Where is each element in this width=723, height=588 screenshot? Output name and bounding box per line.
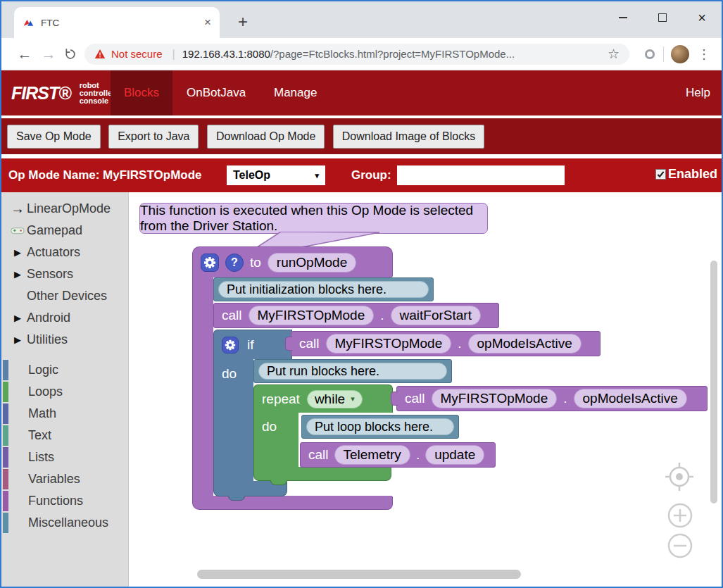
block-to-runopmode[interactable]: ? to runOpMode bbox=[192, 246, 393, 277]
nav-tab-manage[interactable]: Manage bbox=[274, 70, 317, 115]
comment-text-field[interactable]: Put initialization blocks here. bbox=[218, 281, 429, 298]
toolbox-item-linearopmode[interactable]: → LinearOpMode bbox=[1, 198, 128, 220]
toolbox-item-sensors[interactable]: ▶ Sensors bbox=[1, 263, 128, 285]
enabled-checkbox[interactable] bbox=[655, 169, 666, 180]
download-image-button[interactable]: Download Image of Blocks bbox=[333, 125, 484, 149]
mutator-gear-icon[interactable] bbox=[201, 254, 219, 272]
window-close-button[interactable]: × bbox=[682, 1, 722, 34]
bookmark-star-icon[interactable]: ☆ bbox=[608, 46, 620, 62]
minimize-button[interactable] bbox=[603, 1, 643, 34]
export-to-java-button[interactable]: Export to Java bbox=[108, 125, 199, 149]
toolbox-item-other-devices[interactable]: Other Devices bbox=[1, 285, 128, 307]
class-field[interactable]: MyFIRSTOpMode bbox=[249, 306, 375, 325]
while-dropdown[interactable]: while ▾ bbox=[307, 390, 363, 408]
block-runopmode-spine bbox=[192, 277, 213, 496]
toolbox-item-android[interactable]: ▶ Android bbox=[1, 307, 128, 329]
zoom-out-button[interactable] bbox=[667, 532, 693, 559]
toolbox-category-lists[interactable]: Lists bbox=[1, 446, 128, 468]
do-label: do bbox=[222, 366, 237, 382]
horizontal-scrollbar[interactable] bbox=[197, 570, 521, 579]
category-color-swatch bbox=[3, 491, 8, 511]
zoom-reset-button[interactable] bbox=[662, 460, 696, 494]
block-run-comment[interactable]: Put run blocks here. bbox=[253, 359, 452, 383]
toolbox-item-utilities[interactable]: ▶ Utilities bbox=[1, 329, 128, 351]
window-controls: × bbox=[603, 1, 722, 34]
toolbox-item-gamepad[interactable]: Gamepad bbox=[1, 220, 128, 242]
toolbox-category-functions[interactable]: Functions bbox=[1, 490, 128, 512]
class-field[interactable]: Telemetry bbox=[334, 445, 410, 465]
method-field[interactable]: waitForStart bbox=[391, 306, 481, 325]
blockly-workspace[interactable]: This function is executed when this Op M… bbox=[130, 192, 722, 587]
browser-tab[interactable]: FTC × bbox=[14, 7, 220, 38]
reload-button[interactable] bbox=[63, 47, 77, 61]
class-field[interactable]: MyFIRSTOpMode bbox=[432, 389, 558, 408]
block-init-comment[interactable]: Put initialization blocks here. bbox=[213, 277, 434, 301]
method-field[interactable]: opModeIsActive bbox=[574, 389, 687, 408]
new-tab-button[interactable]: + bbox=[232, 11, 253, 32]
help-question-icon[interactable]: ? bbox=[225, 254, 244, 272]
toolbox-category-variables[interactable]: Variables bbox=[1, 468, 128, 490]
maximize-button[interactable] bbox=[643, 1, 682, 34]
enabled-control: Enabled bbox=[655, 167, 717, 182]
url-host: 192.168.43.1:8080 bbox=[182, 48, 270, 60]
toolbox-category-loops[interactable]: Loops bbox=[1, 381, 128, 403]
block-if[interactable]: if bbox=[213, 330, 292, 359]
back-button[interactable]: ← bbox=[13, 46, 37, 63]
vertical-scrollbar[interactable] bbox=[710, 261, 717, 503]
block-repeat-while[interactable]: repeat while ▾ bbox=[253, 384, 393, 413]
toolbox-category-logic[interactable]: Logic bbox=[1, 359, 128, 381]
method-field[interactable]: opModeIsActive bbox=[468, 334, 581, 354]
comment-text-field[interactable]: Put run blocks here. bbox=[258, 363, 447, 380]
category-color-swatch bbox=[3, 469, 8, 489]
browser-menu-icon[interactable]: ⋮ bbox=[698, 46, 710, 62]
repeat-label: repeat bbox=[262, 392, 300, 407]
while-value: while bbox=[315, 392, 345, 407]
save-op-mode-button[interactable]: Save Op Mode bbox=[7, 125, 101, 149]
zoom-in-button[interactable] bbox=[667, 502, 693, 529]
toolbox-item-actuators[interactable]: ▶ Actuators bbox=[1, 242, 128, 263]
op-mode-type-select[interactable]: TeleOp ▾ bbox=[227, 165, 325, 185]
dot-separator: . bbox=[563, 391, 567, 406]
toolbox-label: Actuators bbox=[27, 245, 80, 260]
toolbox-label: Logic bbox=[28, 363, 58, 377]
toolbox-label: Miscellaneous bbox=[28, 515, 108, 530]
block-call-waitforstart[interactable]: call MyFIRSTOpMode . waitForStart bbox=[213, 303, 499, 328]
url-field[interactable]: Not secure | 192.168.43.1:8080/?page=Ftc… bbox=[84, 44, 629, 65]
method-field[interactable]: update bbox=[425, 445, 484, 465]
tab-close-icon[interactable]: × bbox=[204, 15, 211, 30]
block-call-opmodeisactive-while[interactable]: call MyFIRSTOpMode . opModeIsActive bbox=[396, 386, 708, 411]
forward-button[interactable]: → bbox=[37, 46, 61, 63]
nav-tab-onbotjava[interactable]: OnBotJava bbox=[187, 70, 246, 115]
block-comment-bubble[interactable]: This function is executed when this Op M… bbox=[139, 203, 488, 234]
block-repeat-bottom bbox=[253, 467, 391, 481]
toolbar: Save Op Mode Export to Java Download Op … bbox=[1, 118, 722, 156]
toolbox-category-miscellaneous[interactable]: Miscellaneous bbox=[1, 512, 128, 534]
not-secure-label[interactable]: Not secure bbox=[111, 48, 163, 60]
block-call-opmodeisactive-if[interactable]: call MyFIRSTOpMode . opModeIsActive bbox=[291, 331, 601, 356]
toolbox-categories: Logic Loops Math Text Lists bbox=[1, 359, 128, 534]
category-color-swatch bbox=[3, 447, 8, 468]
download-op-mode-button[interactable]: Download Op Mode bbox=[207, 125, 325, 149]
block-loop-comment[interactable]: Put loop blocks here. bbox=[301, 415, 459, 439]
mutator-gear-icon[interactable] bbox=[222, 337, 239, 354]
connector-bump bbox=[270, 480, 287, 485]
op-mode-type-value: TeleOp bbox=[233, 169, 270, 182]
browser-window: FTC × + × ← → Not secure | 192.168.43.1:… bbox=[0, 0, 723, 588]
enabled-label: Enabled bbox=[668, 167, 717, 182]
group-input[interactable] bbox=[397, 165, 565, 185]
class-field[interactable]: MyFIRSTOpMode bbox=[326, 334, 452, 354]
toolbox-label: Math bbox=[28, 406, 56, 421]
toolbox-category-math[interactable]: Math bbox=[1, 403, 128, 425]
function-name-field[interactable]: runOpMode bbox=[268, 253, 356, 273]
toolbox-category-text[interactable]: Text bbox=[1, 425, 128, 446]
comment-text-field[interactable]: Put loop blocks here. bbox=[306, 418, 454, 435]
extension-icon[interactable] bbox=[645, 49, 655, 59]
block-call-telemetry-update[interactable]: call Telemetry . update bbox=[300, 442, 496, 468]
profile-avatar[interactable] bbox=[671, 45, 689, 63]
nav-tab-blocks[interactable]: Blocks bbox=[111, 70, 172, 115]
nav-tab-help[interactable]: Help bbox=[686, 70, 710, 115]
maximize-icon bbox=[658, 13, 667, 22]
expand-triangle-icon: ▶ bbox=[8, 313, 27, 323]
blockly-toolbox: → LinearOpMode Gamepad ▶ Actuat bbox=[1, 192, 129, 587]
toolbox-label: Loops bbox=[28, 384, 63, 399]
